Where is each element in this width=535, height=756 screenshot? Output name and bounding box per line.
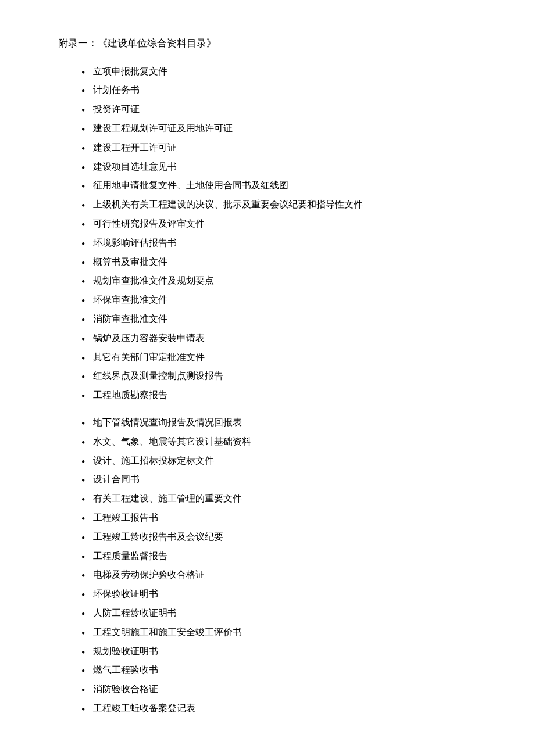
list-item: 其它有关部门审定批准文件 — [81, 349, 488, 366]
list-item: 环境影响评估报告书 — [81, 235, 488, 252]
list-item: 工程质量监督报告 — [81, 548, 488, 565]
list-item: 有关工程建设、施工管理的重要文件 — [81, 490, 488, 507]
list-item: 消防验收合格证 — [81, 681, 488, 698]
list-item: 环保验收证明书 — [81, 586, 488, 603]
list-item: 燃气工程验收书 — [81, 662, 488, 679]
list-item: 可行性研究报告及评审文件 — [81, 216, 488, 232]
list-item: 规划审查批准文件及规划要点 — [81, 273, 488, 289]
items-list-group1: 立项申报批复文件计划任务书投资许可证建设工程规划许可证及用地许可证建设工程开工许… — [58, 63, 488, 404]
list-item: 上级机关有关工程建设的决议、批示及重要会议纪要和指导性文件 — [81, 196, 488, 213]
list-item: 立项申报批复文件 — [81, 63, 488, 80]
list-item: 建设项目选址意见书 — [81, 159, 488, 175]
list-item: 水文、气象、地震等其它设计基础资料 — [81, 433, 488, 450]
list-item: 红线界点及测量控制点测设报告 — [81, 368, 488, 385]
spacer — [58, 406, 488, 414]
list-item: 规划验收证明书 — [81, 643, 488, 660]
list-item: 电梯及劳动保护验收合格证 — [81, 567, 488, 583]
list-item: 工程竣工报告书 — [81, 510, 488, 526]
appendix-header: 附录一：《建设单位综合资料目录》 — [58, 35, 488, 53]
list-item: 工程竣工龄收报告书及会议纪要 — [81, 529, 488, 546]
list-item: 消防审查批准文件 — [81, 311, 488, 328]
list-item: 征用地申请批复文件、土地使用合同书及红线图 — [81, 177, 488, 194]
list-item: 工程地质勘察报告 — [81, 387, 488, 404]
list-item: 计划任务书 — [81, 82, 488, 99]
list-item: 设计合同书 — [81, 471, 488, 488]
list-item: 投资许可证 — [81, 101, 488, 118]
items-list-group2: 地下管线情况查询报告及情况回报表水文、气象、地震等其它设计基础资料设计、施工招标… — [58, 414, 488, 717]
list-item: 地下管线情况查询报告及情况回报表 — [81, 414, 488, 431]
appendix-title: 附录一：《建设单位综合资料目录》 — [58, 38, 216, 49]
list-item: 环保审查批准文件 — [81, 292, 488, 309]
list-item: 工程文明施工和施工安全竣工评价书 — [81, 624, 488, 641]
list-item: 工程竣工蚯收备案登记表 — [81, 700, 488, 717]
list-item: 概算书及审批文件 — [81, 254, 488, 271]
list-item: 锅炉及压力容器安装申请表 — [81, 330, 488, 347]
list-item: 设计、施工招标投标定标文件 — [81, 453, 488, 470]
list-item: 建设工程开工许可证 — [81, 139, 488, 156]
list-item: 人防工程龄收证明书 — [81, 605, 488, 622]
list-item: 建设工程规划许可证及用地许可证 — [81, 120, 488, 137]
